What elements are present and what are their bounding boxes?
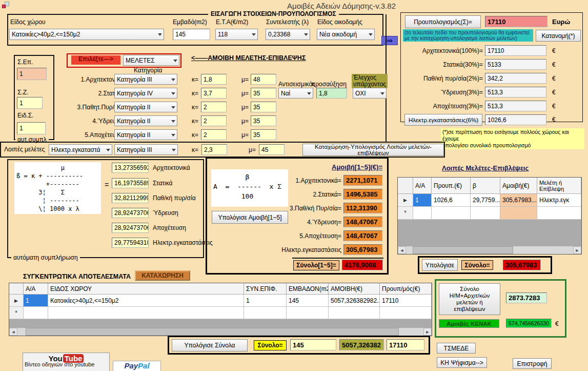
- m-field-3[interactable]: 35: [251, 102, 276, 112]
- beta-pyrosia-field[interactable]: 32,82112999: [112, 193, 149, 203]
- other-grid-hscrollbar[interactable]: ◄ ►: [398, 246, 581, 254]
- youtube-link[interactable]: You Tube Βίντεο οδηγιών στο youtube: [23, 353, 110, 371]
- epistrofi-button[interactable]: Επιστροφή: [513, 358, 552, 369]
- fee-pyrosia-field[interactable]: 112,31390: [343, 203, 382, 213]
- scrollbar-track[interactable]: [17, 328, 423, 336]
- eta-combo[interactable]: 118: [215, 29, 258, 40]
- other-studies-cat-combo[interactable]: Κατηγορία III: [114, 144, 178, 155]
- cell-empty[interactable]: [380, 307, 432, 319]
- k-field-5[interactable]: 2: [201, 129, 227, 140]
- col-proyp[interactable]: Προυπ.(€): [432, 178, 471, 194]
- transfer-arrow-button[interactable]: ⇒: [381, 36, 398, 45]
- scroll-left-icon[interactable]: ◄: [398, 246, 406, 254]
- beta-statika-field[interactable]: 16,19735589: [112, 178, 149, 188]
- sum-hm-button[interactable]: Σύνολο Η/Μ+Αρχιτ/κών μελετών ή επιβλέψεω…: [439, 283, 500, 315]
- new-row-icon[interactable]: *: [9, 307, 24, 319]
- ilektr-field[interactable]: 1026,6: [485, 114, 546, 125]
- kenak-button[interactable]: Αμοιβές ΚΕΝΑΚ: [439, 319, 499, 328]
- other-total-field[interactable]: 305,67983: [503, 260, 541, 270]
- arxitektonika-pct-field[interactable]: 17110: [485, 45, 546, 56]
- k-field-1[interactable]: 1,8: [201, 74, 227, 85]
- cell-amoivi[interactable]: 5057,326382982...: [329, 295, 380, 307]
- results-grid-hscrollbar[interactable]: ◄ ►: [9, 327, 432, 336]
- fee-statika-field[interactable]: 1496,5385: [343, 189, 382, 200]
- fee-ydreysi-field[interactable]: 148,47067: [343, 217, 382, 227]
- cell-proyp[interactable]: 17110: [380, 295, 432, 307]
- cell-emvadon[interactable]: 145: [287, 295, 329, 307]
- cell-empty[interactable]: [413, 207, 432, 220]
- scroll-right-icon[interactable]: ►: [573, 246, 581, 254]
- cat-combo-pyrosia[interactable]: Κατηγορία II: [114, 102, 177, 112]
- cell-syn-epif[interactable]: 1: [244, 295, 287, 307]
- budget-button[interactable]: Προυπολογισμός(Σ)=: [405, 15, 481, 28]
- cell-beta[interactable]: 29,7759...: [471, 194, 500, 207]
- col-amoivi[interactable]: Αμοιβή(€): [500, 178, 537, 194]
- col-emvadon[interactable]: ΕΜΒΑΔΟΝ(m2): [287, 283, 329, 295]
- cell-empty[interactable]: [244, 307, 287, 319]
- cell-eidos[interactable]: Κατοικίες>40μ2,<=150μ2: [48, 295, 244, 307]
- other-m-field[interactable]: 45: [259, 144, 285, 155]
- syntelestis-combo[interactable]: 0,23368: [266, 29, 310, 40]
- k-field-2[interactable]: 3,7: [201, 88, 227, 99]
- register-button[interactable]: ΚΑΤΑΧΩΡΗΣΗ: [135, 270, 190, 281]
- cat-combo-ydreysi[interactable]: Κατηγορία II: [114, 115, 177, 126]
- cell-aa[interactable]: 1: [413, 194, 432, 207]
- cell-empty[interactable]: [432, 207, 471, 220]
- other-calc-button[interactable]: Υπολόγισε: [422, 259, 458, 271]
- totals-budget-field[interactable]: 17110: [387, 339, 424, 350]
- fee-apoxeteysi-field[interactable]: 148,47067: [343, 230, 382, 241]
- ydreysi-pct-field[interactable]: 513,3: [485, 87, 546, 97]
- eids-field[interactable]: 1: [17, 122, 46, 134]
- paypal-link[interactable]: PayPal: [113, 361, 161, 371]
- cell-meleti[interactable]: Ηλεκτρ.εγκ: [537, 194, 581, 207]
- totals-area-field[interactable]: 145: [290, 339, 336, 350]
- sep-field[interactable]: 1: [17, 68, 47, 80]
- k-field-3[interactable]: 2: [201, 102, 227, 112]
- elegxos-combo[interactable]: ΟΧΙ: [353, 88, 387, 99]
- cell-empty[interactable]: [48, 307, 244, 319]
- ilektr-button[interactable]: Ηλεκτρ.εγκαταστάσεις(6%): [404, 114, 482, 126]
- other-k-field[interactable]: 2,3: [201, 144, 227, 155]
- cat-combo-apoxeteysi[interactable]: Κατηγορία II: [114, 129, 177, 140]
- col-beta[interactable]: β: [471, 178, 500, 194]
- beta-apoxeteysi-field[interactable]: 28,92473706: [112, 223, 149, 233]
- meletes-combo[interactable]: ΜΕΛΕΤΕΣ: [123, 55, 179, 66]
- cell-empty[interactable]: [329, 307, 380, 319]
- m-field-1[interactable]: 48: [251, 74, 276, 85]
- m-field-2[interactable]: 35: [251, 88, 276, 99]
- budget-value-field[interactable]: 17110: [485, 16, 548, 27]
- beta-arxitektonika-field[interactable]: 13,27356592: [112, 163, 149, 173]
- col-syn-epif[interactable]: ΣΥΝ.ΕΠΙΦ.: [244, 283, 287, 295]
- scrollbar-thumb[interactable]: [26, 328, 399, 336]
- cell-empty[interactable]: [287, 307, 329, 319]
- antiseismikos-combo[interactable]: Ναί: [278, 88, 313, 99]
- scroll-left-icon[interactable]: ◄: [9, 328, 17, 336]
- pyrosia-pct-field[interactable]: 342,2: [485, 73, 546, 84]
- col-meleti[interactable]: Μελέτη ή Επίβλεψη: [537, 178, 581, 194]
- fee-arxitektonika-field[interactable]: 2271,1071: [343, 175, 382, 186]
- cell-empty[interactable]: [471, 207, 500, 220]
- beta-ydreysi-field[interactable]: 28,92473706: [112, 208, 149, 218]
- fee-ilektr-field[interactable]: 305,67983: [343, 244, 382, 255]
- col-aa[interactable]: Α/Α: [24, 283, 48, 295]
- cell-aa[interactable]: 1: [24, 295, 48, 307]
- other-studies-type-combo[interactable]: Ηλεκτρ.εγκαταστά: [49, 144, 112, 155]
- fee-total-field[interactable]: 4176,9008: [342, 260, 383, 270]
- row-arrow-icon[interactable]: ▶: [398, 194, 413, 207]
- cell-amoivi[interactable]: 305,67983...: [500, 194, 537, 207]
- calc-totals-button[interactable]: Υπολόγισε Σύνολα: [172, 339, 248, 352]
- k-field-4[interactable]: 2: [201, 115, 227, 126]
- psifisma-button[interactable]: ΚΗ Ψήφισμα-->: [437, 357, 487, 368]
- col-eidos[interactable]: ΕΙΔΟΣ ΧΩΡΟΥ: [48, 283, 244, 295]
- register-other-studies-button[interactable]: Καταχώρηση-Υπολογισμός Λοιπών μελετών-επ…: [302, 144, 444, 156]
- eidos-xorou-combo[interactable]: Κατοικίες>40μ2,<=150μ2: [9, 29, 164, 40]
- col-amoivi[interactable]: ΑΜΟΙΒΗ(€): [329, 283, 380, 295]
- prosayxisi-field[interactable]: 1,8: [316, 88, 347, 99]
- totals-fee-field[interactable]: 5057,326382: [339, 339, 384, 350]
- beta-ilektr-field[interactable]: 29,77594310: [112, 238, 149, 248]
- scroll-right-icon[interactable]: ►: [423, 328, 432, 336]
- katanomi-button[interactable]: Κατανομή(*): [536, 30, 581, 42]
- oikodomi-combo[interactable]: Νέα οικοδομή: [317, 29, 375, 40]
- sum-hm-field[interactable]: 2873.7283: [506, 292, 547, 303]
- kenak-field[interactable]: 574,7456626330: [506, 319, 552, 328]
